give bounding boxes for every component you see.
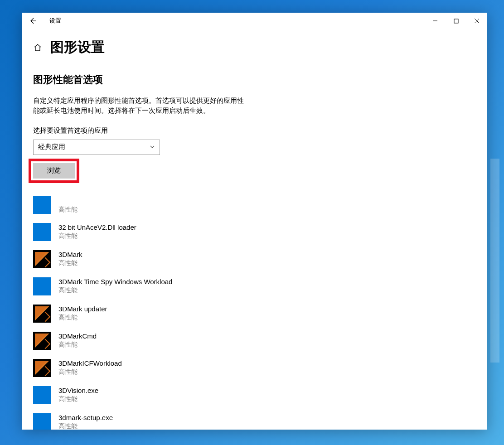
app-name-label: 32 bit UnAceV2.Dll loader (58, 223, 136, 231)
minimize-icon (432, 18, 438, 24)
close-icon (474, 18, 480, 24)
page-title: 图形设置 (50, 38, 105, 57)
app-text-block: 3DMarkCmd高性能 (58, 332, 97, 349)
app-performance-label: 高性能 (58, 286, 172, 295)
app-name-label: 3DMarkICFWorkload (58, 359, 122, 367)
window-title: 设置 (43, 17, 61, 25)
maximize-button[interactable] (446, 13, 466, 29)
app-text-block: 3dmark-setup.exe高性能 (58, 414, 113, 430)
app-text-block: 3DMark Time Spy Windows Workload高性能 (58, 278, 172, 295)
3dmark-app-icon (33, 359, 51, 377)
app-text-block: 3DMark updater高性能 (58, 305, 107, 322)
app-performance-label: 高性能 (58, 368, 122, 376)
app-list-item[interactable]: 3dmark-setup.exe高性能 (33, 409, 476, 430)
svg-rect-0 (454, 19, 458, 23)
titlebar: 设置 (22, 13, 487, 29)
app-performance-label: 高性能 (58, 395, 98, 403)
3dmark-app-icon (33, 250, 51, 268)
minimize-button[interactable] (425, 13, 446, 29)
app-name-label: 3DMark Time Spy Windows Workload (58, 278, 172, 285)
browse-highlight-box: 浏览 (29, 159, 79, 183)
app-type-dropdown[interactable]: 经典应用 (33, 140, 160, 155)
app-performance-label: 高性能 (58, 341, 97, 349)
app-text-block: 高性能 (58, 196, 78, 214)
app-performance-label: 高性能 (58, 259, 82, 267)
app-text-block: 3DMarkICFWorkload高性能 (58, 359, 122, 376)
generic-app-icon (33, 277, 51, 295)
app-performance-label: 高性能 (58, 314, 107, 322)
generic-app-icon (33, 223, 51, 241)
browse-button[interactable]: 浏览 (33, 163, 75, 179)
generic-app-icon (33, 386, 51, 404)
app-name-label: 3DVision.exe (58, 387, 98, 394)
app-list: 高性能32 bit UnAceV2.Dll loader高性能3DMark高性能… (33, 191, 476, 430)
app-text-block: 3DVision.exe高性能 (58, 387, 98, 403)
app-name-label: 3DMarkCmd (58, 332, 97, 340)
close-button[interactable] (466, 13, 487, 29)
app-list-item[interactable]: 高性能 (33, 191, 476, 218)
app-text-block: 3DMark高性能 (58, 251, 82, 267)
home-icon[interactable] (33, 43, 42, 52)
arrow-left-icon (29, 17, 36, 24)
app-name-label: 3DMark updater (58, 305, 107, 313)
app-list-item[interactable]: 32 bit UnAceV2.Dll loader高性能 (33, 218, 476, 246)
app-list-item[interactable]: 3DMark updater高性能 (33, 300, 476, 327)
app-performance-label: 高性能 (58, 232, 136, 240)
dropdown-selected-value: 经典应用 (38, 143, 65, 151)
app-performance-label: 高性能 (58, 422, 113, 430)
generic-app-icon (33, 196, 51, 214)
app-name-label: 3dmark-setup.exe (58, 414, 113, 421)
3dmark-app-icon (33, 332, 51, 350)
section-title: 图形性能首选项 (33, 73, 476, 87)
app-list-item[interactable]: 3DMarkCmd高性能 (33, 327, 476, 354)
app-list-item[interactable]: 3DMarkICFWorkload高性能 (33, 354, 476, 382)
select-app-label: 选择要设置首选项的应用 (33, 126, 476, 135)
app-list-item[interactable]: 3DMark高性能 (33, 246, 476, 273)
3dmark-app-icon (33, 305, 51, 323)
generic-app-icon (33, 413, 51, 430)
app-list-item[interactable]: 3DMark Time Spy Windows Workload高性能 (33, 273, 476, 300)
maximize-icon (454, 19, 459, 24)
app-text-block: 32 bit UnAceV2.Dll loader高性能 (58, 223, 136, 240)
app-name-label: 3DMark (58, 251, 82, 258)
back-button[interactable] (22, 13, 43, 29)
app-performance-label: 高性能 (58, 206, 78, 214)
chevron-down-icon (150, 143, 155, 151)
settings-window: 设置 图形设置 图形性能首选项 自定义特定应用程序的图形性能首选项。首选项可以提… (22, 13, 487, 430)
description-text: 自定义特定应用程序的图形性能首选项。首选项可以提供更好的应用性能或延长电池使用时… (33, 96, 246, 116)
page-header: 图形设置 (33, 38, 476, 57)
content-scroll[interactable]: 图形设置 图形性能首选项 自定义特定应用程序的图形性能首选项。首选项可以提供更好… (22, 29, 487, 430)
app-list-item[interactable]: 3DVision.exe高性能 (33, 382, 476, 409)
